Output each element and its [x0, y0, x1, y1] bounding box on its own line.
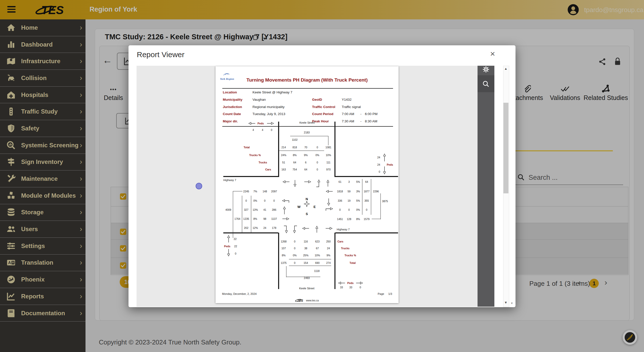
- viewer-toolbar: [478, 66, 494, 307]
- count: 1081: [325, 146, 331, 149]
- count: 178: [272, 226, 276, 229]
- count: 2183: [304, 131, 310, 134]
- count: 10%: [326, 154, 331, 157]
- count: 8%: [253, 217, 257, 220]
- compass-star-icon: [304, 201, 310, 207]
- count: 0: [348, 208, 350, 211]
- count: 51: [282, 161, 285, 164]
- count: 4009: [225, 208, 231, 211]
- count: 0: [317, 161, 318, 164]
- street-edge: [223, 232, 278, 233]
- count: 754: [292, 168, 297, 171]
- count: 0: [317, 146, 318, 149]
- peds-north-arrow-icon: [227, 235, 230, 243]
- count: 64: [293, 161, 296, 164]
- count: 690: [315, 261, 320, 264]
- turn-arrow-icon: [326, 180, 329, 187]
- meta-label: GeoID: [312, 98, 322, 101]
- row-label: Trucks: [341, 247, 350, 250]
- report-page-label: Page: [378, 292, 384, 295]
- count: 0: [379, 170, 380, 173]
- row-label: Cars: [265, 168, 271, 171]
- count: 1375: [281, 261, 286, 264]
- count: 154: [304, 261, 308, 264]
- count: 0%: [356, 208, 360, 211]
- count: 1268: [281, 240, 286, 243]
- count: 1451: [337, 218, 343, 221]
- street-edge: [334, 122, 335, 177]
- street-edge: [335, 176, 398, 177]
- turn-arrow-icon: [283, 206, 286, 215]
- meta-value: 7:00 AM: [342, 112, 354, 116]
- meta-dash: -: [360, 119, 362, 123]
- turn-arrow-icon: [293, 180, 296, 187]
- count: 3: [348, 180, 350, 183]
- report-title: Turning Movements PH Diagram (With Truck…: [232, 77, 382, 83]
- scrollbar-thumb[interactable]: [503, 103, 508, 193]
- count: 0%: [315, 154, 319, 157]
- count: 64: [304, 168, 307, 171]
- turn-arrow-icon: [327, 198, 330, 206]
- peds-label: Peds: [224, 245, 230, 248]
- count: 38: [304, 247, 307, 250]
- street-edge: [223, 176, 278, 177]
- scroll-up-icon[interactable]: ▲: [504, 67, 507, 71]
- street-edge: [335, 232, 398, 233]
- count: 0: [271, 128, 272, 131]
- meta-label: Municipality: [223, 98, 242, 101]
- count: 148: [263, 190, 267, 193]
- turn-arrow-icon: [315, 179, 320, 187]
- count: 41: [263, 208, 266, 211]
- meta-label: Jurisdiction: [223, 105, 242, 109]
- count: 8%: [293, 154, 296, 157]
- row-label: Trucks %: [345, 254, 356, 257]
- count: 286: [272, 208, 276, 211]
- peds-east-arrow-icon: [267, 122, 274, 125]
- close-icon[interactable]: ×: [490, 49, 495, 59]
- count: 107: [281, 247, 286, 250]
- meta-dash: -: [360, 112, 362, 116]
- viewer-search-icon[interactable]: [482, 80, 490, 88]
- peds-label: Peds: [257, 122, 264, 125]
- count: 0: [339, 208, 341, 211]
- count: 8%: [282, 254, 285, 257]
- row-label: Trucks %: [249, 154, 261, 157]
- peds-south-arrow-icon: [227, 249, 230, 257]
- count: 818: [292, 146, 297, 149]
- count: 336: [338, 199, 342, 202]
- meta-label: Traffic Control: [312, 105, 335, 109]
- meta-value: Tuesday, July 9, 2013: [252, 112, 285, 116]
- count: 0: [317, 168, 318, 171]
- scroll-down-icon[interactable]: ▼: [504, 301, 507, 304]
- report-date: Monday, December, 2, 2024: [222, 292, 256, 295]
- turn-arrow-icon: [282, 199, 289, 203]
- count: 0: [366, 208, 367, 211]
- count: 111: [326, 161, 330, 164]
- meta-value: Regional municipality: [252, 105, 285, 109]
- meta-value: 7:30 AM: [342, 119, 354, 123]
- count: 2097: [271, 190, 277, 193]
- count: 9%: [326, 254, 330, 257]
- count: 202: [244, 226, 248, 229]
- meta-value: Traffic signal: [342, 105, 361, 109]
- count: 163: [281, 168, 286, 171]
- count: 24: [377, 163, 380, 166]
- count: 1102: [292, 138, 298, 141]
- count: 22: [234, 237, 237, 240]
- compass-n: N: [306, 197, 308, 201]
- count: 1137: [271, 217, 277, 220]
- gear-icon[interactable]: [483, 66, 489, 73]
- count: 0: [264, 199, 266, 202]
- count: 128: [347, 218, 351, 221]
- modal-title: Report Viewer: [137, 50, 185, 59]
- count: 0: [294, 261, 295, 264]
- peds-west-arrow-icon: [248, 122, 256, 125]
- turn-arrow-icon: [302, 227, 310, 230]
- count: 33: [349, 286, 352, 289]
- street-label: Highway 7: [337, 228, 350, 231]
- street-label: Keele Street: [299, 287, 315, 290]
- compass-e: E: [314, 205, 316, 209]
- count: 4: [262, 128, 263, 131]
- street-label: Highway 7: [223, 179, 236, 182]
- turn-arrow-icon: [283, 225, 288, 233]
